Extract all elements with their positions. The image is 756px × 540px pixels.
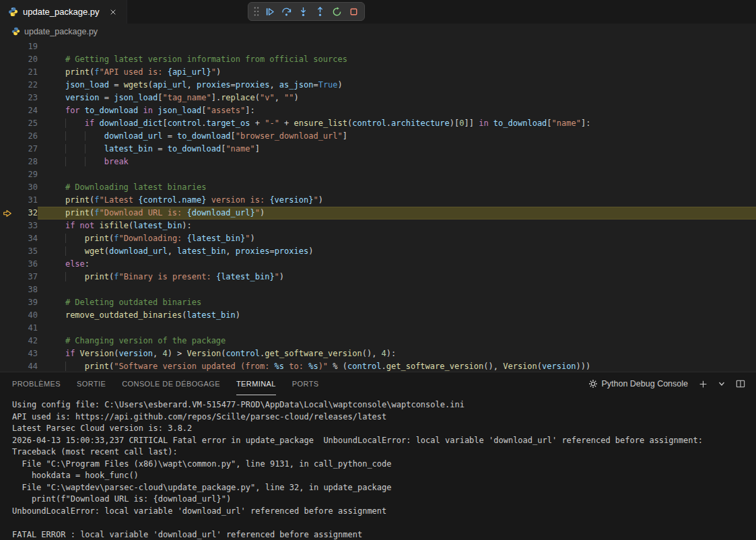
line-number[interactable]: 43 [15, 347, 38, 360]
terminal-output[interactable]: Using config file: C:\Users\esberard.VM-… [0, 395, 756, 540]
line-number[interactable]: 25 [15, 117, 38, 130]
breakpoint-gutter[interactable] [0, 245, 15, 258]
code-text[interactable]: break [38, 156, 756, 168]
breakpoint-gutter[interactable] [0, 194, 15, 207]
code-text[interactable]: print(f"Binary is present: {latest_bin}"… [38, 271, 756, 283]
line-number[interactable]: 22 [15, 79, 38, 92]
line-number[interactable]: 26 [15, 130, 38, 143]
line-number[interactable]: 44 [15, 360, 38, 372]
line-number[interactable]: 33 [15, 220, 38, 232]
code-text[interactable]: print(f"Downloading: {latest_bin}") [38, 232, 756, 245]
code-text[interactable]: if not isfile(latest_bin): [38, 220, 756, 232]
breakpoint-gutter[interactable] [0, 156, 15, 168]
line-number[interactable]: 24 [15, 104, 38, 117]
line-number[interactable]: 27 [15, 143, 38, 156]
code-text[interactable]: print(f"API used is: {api_url}") [38, 66, 756, 79]
split-terminal-button[interactable] [734, 378, 747, 390]
code-text[interactable]: print("Software version updated (from: %… [38, 360, 756, 372]
breakpoint-gutter[interactable] [0, 347, 15, 360]
panel-tab-console-de-d-bogage[interactable]: CONSOLE DE DÉBOGAGE [122, 372, 220, 395]
line-number[interactable]: 37 [15, 271, 38, 283]
line-number[interactable]: 42 [15, 335, 38, 347]
breakpoint-gutter[interactable] [0, 360, 15, 372]
code-text[interactable]: version = json_load["tag_name"].replace(… [38, 92, 756, 104]
code-text[interactable]: json_load = wgets(api_url, proxies=proxi… [38, 79, 756, 92]
panel-tab-terminal[interactable]: TERMINAL [236, 372, 276, 395]
gripper-icon[interactable] [251, 3, 261, 20]
panel-tab-ports[interactable]: PORTS [292, 372, 319, 395]
breakpoint-gutter[interactable] [0, 143, 15, 156]
code-text[interactable]: print(f"Latest {control.name} version is… [38, 194, 756, 207]
breakpoint-gutter[interactable] [0, 117, 15, 130]
line-number[interactable]: 28 [15, 156, 38, 168]
breakpoint-gutter[interactable] [0, 296, 15, 309]
breakpoint-gutter[interactable] [0, 309, 15, 322]
line-number[interactable]: 32 [15, 207, 38, 220]
code-text[interactable]: download_url = to_download["browser_down… [38, 130, 756, 143]
breakpoint-gutter[interactable] [0, 130, 15, 143]
code-text[interactable]: # Downloading latest binaries [38, 181, 756, 194]
code-line: 35 wget(download_url, latest_bin, proxie… [0, 245, 756, 258]
panel-tab-sortie[interactable]: SORTIE [77, 372, 106, 395]
breakpoint-gutter[interactable] [0, 283, 15, 296]
code-text[interactable] [38, 322, 756, 335]
terminal-dropdown-button[interactable] [717, 379, 726, 389]
breadcrumb[interactable]: update_package.py [0, 24, 756, 39]
line-number[interactable]: 36 [15, 258, 38, 271]
tab-close-icon[interactable] [106, 5, 120, 19]
debug-console-selector[interactable]: Python Debug Console [587, 378, 689, 390]
line-number[interactable]: 39 [15, 296, 38, 309]
code-text[interactable]: # Getting latest version information fro… [38, 53, 756, 66]
tab-update-package-py[interactable]: update_package.py [0, 0, 127, 24]
code-text[interactable]: if Version(version, 4) > Version(control… [38, 347, 756, 360]
line-number[interactable]: 31 [15, 194, 38, 207]
breakpoint-gutter[interactable] [0, 232, 15, 245]
breakpoint-gutter[interactable] [0, 104, 15, 117]
line-number[interactable]: 35 [15, 245, 38, 258]
line-number[interactable]: 34 [15, 232, 38, 245]
restart-button[interactable] [329, 3, 345, 20]
line-number[interactable]: 20 [15, 53, 38, 66]
new-terminal-button[interactable] [697, 378, 709, 390]
breakpoint-gutter[interactable] [0, 258, 15, 271]
continue-button[interactable] [261, 3, 277, 20]
code-text[interactable]: for to_download in json_load["assets"]: [38, 104, 756, 117]
step-out-button[interactable] [312, 3, 328, 20]
line-number[interactable]: 29 [15, 168, 38, 181]
breakpoint-gutter[interactable] [0, 40, 15, 53]
breakpoint-gutter[interactable] [0, 168, 15, 181]
code-editor[interactable]: 1920 # Getting latest version informatio… [0, 39, 756, 372]
line-number[interactable]: 23 [15, 92, 38, 104]
code-text[interactable]: else: [38, 258, 756, 271]
code-text[interactable] [38, 283, 756, 296]
stop-button[interactable] [345, 3, 362, 20]
code-text[interactable]: # Deleting outdated binaries [38, 296, 756, 309]
debug-current-line-arrow-icon[interactable] [0, 207, 15, 220]
code-text[interactable]: if download_dict[control.target_os + "-"… [38, 117, 756, 130]
step-into-button[interactable] [295, 3, 311, 20]
line-number[interactable]: 30 [15, 181, 38, 194]
line-number[interactable]: 41 [15, 322, 38, 335]
line-number[interactable]: 38 [15, 283, 38, 296]
code-text[interactable]: latest_bin = to_download["name"] [38, 143, 756, 156]
line-number[interactable]: 19 [15, 40, 38, 53]
step-over-button[interactable] [278, 3, 294, 20]
code-text[interactable] [38, 168, 756, 181]
code-text[interactable]: print(f"Download URL is: {download_url}"… [38, 207, 756, 220]
breakpoint-gutter[interactable] [0, 92, 15, 104]
breakpoint-gutter[interactable] [0, 322, 15, 335]
panel-tab-probl-mes[interactable]: PROBLÈMES [12, 372, 61, 395]
breakpoint-gutter[interactable] [0, 335, 15, 347]
code-text[interactable]: wget(download_url, latest_bin, proxies=p… [38, 245, 756, 258]
breakpoint-gutter[interactable] [0, 66, 15, 79]
breakpoint-gutter[interactable] [0, 271, 15, 283]
breakpoint-gutter[interactable] [0, 53, 15, 66]
code-text[interactable] [38, 40, 756, 53]
breakpoint-gutter[interactable] [0, 181, 15, 194]
code-text[interactable]: # Changing version of the package [38, 335, 756, 347]
line-number[interactable]: 21 [15, 66, 38, 79]
breakpoint-gutter[interactable] [0, 220, 15, 232]
code-text[interactable]: remove_outdated_binaries(latest_bin) [38, 309, 756, 322]
breakpoint-gutter[interactable] [0, 79, 15, 92]
line-number[interactable]: 40 [15, 309, 38, 322]
